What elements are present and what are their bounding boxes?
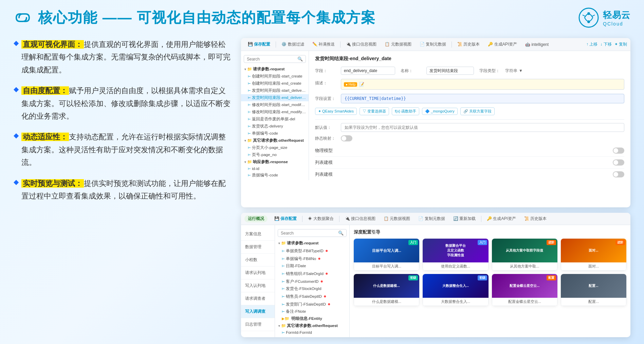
btree-sale-dept[interactable]: ⊢ 销售员-FSaleDeptID ● <box>275 292 349 300</box>
card-face[interactable]: 进阶 面对... 面对... <box>561 239 626 271</box>
card-config-other[interactable]: 配置... 配置... <box>561 274 626 306</box>
field-value-input[interactable] <box>341 67 395 75</box>
card-custom-func[interactable]: 入门 数据聚合平台且定义函数字段属性值 使用自定义函数... <box>423 239 488 271</box>
sidebar-req-survey[interactable]: 请求调查者 <box>241 292 275 305</box>
tree-node-response[interactable]: ▼📁响应参数-response <box>241 158 309 166</box>
btree-bill-no[interactable]: ⊢ 单据编号-FBillNo ● <box>275 255 349 262</box>
bottom-search-box[interactable]: 🔍 <box>278 229 347 237</box>
bullet-3: ◆ <box>14 131 19 139</box>
sidebar-data-mgmt[interactable]: 数据管理 <box>241 241 275 254</box>
static-map-label: 静态映射： <box>315 136 335 141</box>
btn-up[interactable]: ↑ 上移 <box>586 41 597 47</box>
sidebar-small-prog[interactable]: 小程数 <box>241 254 275 266</box>
top-search-box[interactable]: 🔍 <box>244 55 306 63</box>
tree-node-other-req[interactable]: ▼📁其它请求参数-otherRequest <box>241 137 309 144</box>
tree-node-start-modify[interactable]: ⊢ 修改时间开始段-start_modify_date <box>241 101 309 108</box>
tree-node-del[interactable]: ⊢ 返回是否作废的单据-del <box>241 116 309 123</box>
chevron-icon: ▼ <box>519 68 523 73</box>
btn-func-helper[interactable]: f(x) 函数助手 <box>392 107 419 115</box>
card-data-modeling[interactable]: 初级 什么是数据建模... 什么是数据建模... <box>354 274 419 306</box>
btn-data-filter[interactable]: ⚙️ 数据过滤 <box>278 40 307 49</box>
card-big-data[interactable]: 初级 大数据整合生入... 大数据整合生入... <box>423 274 488 306</box>
btree-entity[interactable]: ▶📁 明细信息-FEntity <box>275 315 349 322</box>
btn-copy-meta-2[interactable]: 📄 复制元数据 <box>415 214 448 223</box>
formula-box[interactable]: {{CURRENT_TIME|datetime}} <box>341 94 624 103</box>
card-img-5: 初级 什么是数据建模... <box>354 274 419 298</box>
bottom-tree-panel: 🔍 ▼📁请求参数-request ⊢ 单据类型-FBillTypeID ● ⊢ … <box>275 225 350 337</box>
column-model-toggle[interactable] <box>613 171 624 177</box>
btn-meta-view[interactable]: 📋 元数据视图 <box>381 40 415 49</box>
tree-node-end-delivery[interactable]: ⊢ 发货时间结束段-end_delivery_date <box>241 94 309 101</box>
sidebar-req-list[interactable]: 请求认列地 <box>241 266 275 279</box>
tools-row: ✦ QEasy SmartAides ▽ 变量选择器 f(x) 函数助手 🔷 _… <box>315 107 624 115</box>
btn-history[interactable]: 📜 历史版本 <box>454 40 483 49</box>
btree-delivery-dept[interactable]: ⊢ 发货部门-FSaleDeptID ● <box>275 300 349 308</box>
tree-node-id[interactable]: ⊢ id-id <box>241 166 309 172</box>
tree-node-page-size[interactable]: ⊢ 分页大小-page_size <box>241 144 309 151</box>
btn-assoc-field[interactable]: 🔗 关联方案字段 <box>460 107 495 115</box>
btree-note[interactable]: ⊢ 备注-FNote <box>275 308 349 315</box>
btn-history-2[interactable]: 📜 历史版本 <box>521 214 550 223</box>
sidebar-plan[interactable]: 方案信息 <box>241 228 275 241</box>
tree-node-request[interactable]: ▼📁请求参数-request <box>241 66 309 73</box>
physical-model-toggle[interactable] <box>613 148 624 154</box>
tree-node-resp-code[interactable]: ⊢ 质据编号-code <box>241 172 309 179</box>
btn-save-config[interactable]: 💾 保存配置 <box>244 40 274 49</box>
tree-node-page-no[interactable]: ⊢ 页号-page_no <box>241 151 309 158</box>
btree-req[interactable]: ▼📁请求参数-request <box>275 240 349 247</box>
tree-node-delivery[interactable]: ⊢ 发货状态-delivery <box>241 123 309 130</box>
btn-gen-api[interactable]: 🔑 生成API资产 <box>484 40 520 49</box>
btn-copy-meta[interactable]: 📄 复制元数据 <box>416 40 449 49</box>
top-search-input[interactable] <box>247 57 297 62</box>
sidebar-log[interactable]: 日志管理 <box>241 318 275 331</box>
tree-node-warehouse[interactable]: ⊢ 仓库代码-warehouse_code <box>241 179 309 180</box>
field-type-selector[interactable]: 字符串 ▼ <box>505 68 523 74</box>
tree-node-end-modify[interactable]: ⊢ 修改时间结束段-end_modify_date <box>241 108 309 116</box>
tree-node-start-delivery[interactable]: ⊢ 发货时间开始段-start_delivery_date <box>241 87 309 94</box>
default-input[interactable] <box>341 123 624 132</box>
top-toolbar: 💾 保存配置 ⚙️ 数据过滤 ✏️ 补满推送 🔌 接口信息视图 📋 元数据视图 … <box>241 38 630 51</box>
bot-divider-1 <box>302 216 302 222</box>
btree-date[interactable]: ⊢ 日期-FDate <box>275 262 349 270</box>
sidebar-write-list[interactable]: 写入认列地 <box>241 279 275 292</box>
sidebar-write-survey[interactable]: 写入调调查 <box>241 305 275 318</box>
tree-node-start-create[interactable]: ⊢ 创建时间开始段-start_create <box>241 73 309 80</box>
btn-intelligent[interactable]: 🤖 intelligent <box>522 41 552 48</box>
tree-node-end-create[interactable]: ⊢ 创建时间结束段-end_create <box>241 80 309 87</box>
card-target-platform[interactable]: 入门 目标平台写入调... 目标平台写入调... <box>354 239 419 271</box>
btree-stock-org[interactable]: ⊢ 发货仓-FStockOrgId <box>275 285 349 292</box>
main-content: ◆ 直观可视化界面：提供直观的可视化界面，使用用户能够轻松理解和配置每个集成方案… <box>14 38 630 337</box>
field-name-input[interactable] <box>426 67 474 75</box>
btn-reload[interactable]: 🔄 重新加载 <box>450 214 479 223</box>
btn-gen-api-2[interactable]: 🔑 生成API资产 <box>483 214 519 223</box>
btn-data-agg[interactable]: ◈ 大数据聚合 <box>305 214 337 223</box>
card-other-plan[interactable]: 进阶 从其他方案中取联字段值 从其他方案中取... <box>492 239 557 271</box>
bottom-search-input[interactable] <box>281 231 338 236</box>
btn-fill-push[interactable]: ✏️ 补满推送 <box>309 40 338 49</box>
card-text-1: 目标平台写入调... <box>372 248 401 253</box>
card-img-7: 配置 配置金蝶云星空云... <box>492 274 557 298</box>
btree-formid[interactable]: ⊢ FormId-FormId <box>275 329 349 336</box>
card-text-7: 配置金蝶云星空云... <box>510 283 539 288</box>
btree-operation[interactable]: ⊢ Operation-Operation <box>275 336 349 337</box>
static-map-toggle[interactable] <box>341 135 352 141</box>
btn-interface-view[interactable]: 🔌 接口信息视图 <box>343 40 380 49</box>
btree-sale-org[interactable]: ⊢ 销售组织-FSaleOrgId ● <box>275 270 349 277</box>
btn-interface-2[interactable]: 🔌 接口信息视图 <box>342 214 379 223</box>
btn-copy[interactable]: ✦ 复制 <box>614 41 627 47</box>
tree-node-code[interactable]: ⊢ 单据编号-code <box>241 130 309 137</box>
btn-mongo-query[interactable]: 🔷 _mongoQuery <box>422 108 458 115</box>
btree-bill-type[interactable]: ⊢ 单据类型-FBillTypeID ● <box>275 247 349 255</box>
btn-save-config-2[interactable]: 💾 保存配置 <box>271 214 300 223</box>
btree-other-req[interactable]: ▼📁其它请求参数-otherRequest <box>275 322 349 329</box>
btn-meta-2[interactable]: 📋 元数据视图 <box>380 214 413 223</box>
card-badge-1: 入门 <box>408 240 418 245</box>
btn-smart-aides[interactable]: ✦ QEasy SmartAides <box>315 108 357 115</box>
btree-customer[interactable]: ⊢ 客户-FCustomerID ● <box>275 277 349 285</box>
card-label-7: 配置金蝶云星空云... <box>492 298 557 306</box>
list-model-toggle[interactable] <box>613 159 624 166</box>
btn-down[interactable]: ↓ 下移 <box>600 41 611 47</box>
btn-var-selector[interactable]: ▽ 变量选择器 <box>360 107 389 115</box>
card-kingdee[interactable]: 配置 配置金蝶云星空云... 配置金蝶云星空云... <box>492 274 557 306</box>
desc-value-box[interactable]: ● Help 📝 <box>341 79 624 90</box>
